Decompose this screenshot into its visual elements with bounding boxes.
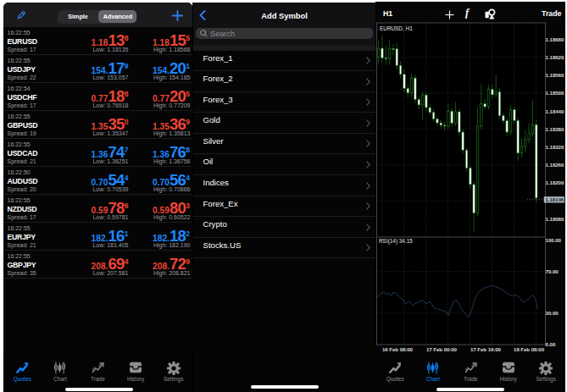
svg-text:17 Feb 00:00: 17 Feb 00:00 [426,346,458,352]
svg-text:1.18146: 1.18146 [546,196,564,202]
svg-text:30.00: 30.00 [546,310,559,316]
svg-text:1.18440: 1.18440 [546,108,564,114]
svg-text:RSI(14) 34.15: RSI(14) 34.15 [379,238,413,245]
svg-text:17 Feb 16:00: 17 Feb 16:00 [470,346,502,352]
svg-text:1.18260: 1.18260 [546,162,564,168]
svg-text:1.18320: 1.18320 [546,144,564,150]
svg-text:70.00: 70.00 [546,268,559,274]
svg-text:18 Feb 08:00: 18 Feb 08:00 [514,346,545,352]
svg-text:1.18080: 1.18080 [546,216,564,222]
svg-text:100.00: 100.00 [546,237,562,243]
svg-text:1.18620: 1.18620 [546,54,564,60]
svg-text:1.18200: 1.18200 [546,179,564,185]
svg-text:16 Feb 08:00: 16 Feb 08:00 [382,346,414,352]
svg-text:1.18500: 1.18500 [546,90,564,96]
svg-text:1.18560: 1.18560 [546,72,564,78]
svg-text:0.00: 0.00 [546,341,556,347]
svg-text:1.18680: 1.18680 [546,36,564,42]
svg-text:1.18380: 1.18380 [546,126,564,132]
svg-text:EURUSD, H1: EURUSD, H1 [380,25,413,31]
